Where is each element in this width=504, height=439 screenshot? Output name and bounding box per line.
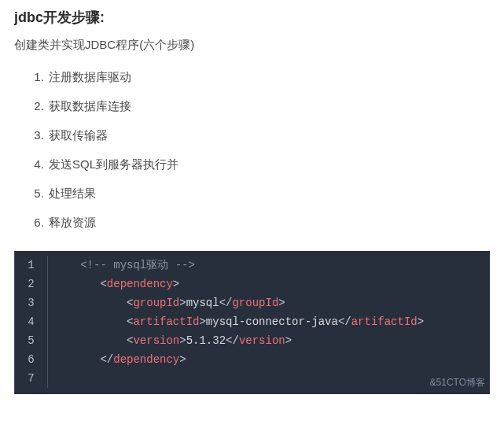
line-number: 4: [15, 312, 48, 331]
list-item: 发送SQL到服务器执行并: [47, 157, 490, 172]
list-item: 注册数据库驱动: [47, 70, 490, 85]
list-item: 处理结果: [47, 186, 490, 201]
line-number: 5: [15, 331, 48, 350]
page-title: jdbc开发步骤:: [14, 8, 490, 27]
list-item: 获取传输器: [47, 128, 490, 143]
code-line: 5 <version>5.1.32</version>: [15, 331, 490, 350]
code-line: 7: [15, 369, 490, 388]
list-item: 获取数据库连接: [47, 99, 490, 114]
code-line: 3 <groupId>mysql</groupId>: [15, 293, 490, 312]
code-line: 1 <!-- mysql驱动 -->: [15, 256, 490, 275]
line-number: 3: [15, 293, 48, 312]
line-number: 2: [15, 275, 48, 293]
code-line: 4 <artifactId>mysql-connector-java</arti…: [15, 312, 490, 331]
line-number: 1: [15, 256, 48, 275]
line-number: 7: [15, 369, 48, 388]
list-item: 释放资源: [47, 216, 490, 231]
code-comment: <!-- mysql驱动 -->: [80, 259, 195, 271]
subtitle: 创建类并实现JDBC程序(六个步骤): [14, 38, 490, 53]
watermark: &51CTO博客: [430, 373, 485, 392]
line-number: 6: [15, 350, 48, 369]
steps-list: 注册数据库驱动 获取数据库连接 获取传输器 发送SQL到服务器执行并 处理结果 …: [14, 70, 490, 231]
code-line: 2 <dependency>: [15, 275, 490, 293]
code-line: 6 </dependency>: [15, 350, 490, 369]
code-block: 1 <!-- mysql驱动 --> 2 <dependency> 3 <gro…: [14, 251, 490, 394]
